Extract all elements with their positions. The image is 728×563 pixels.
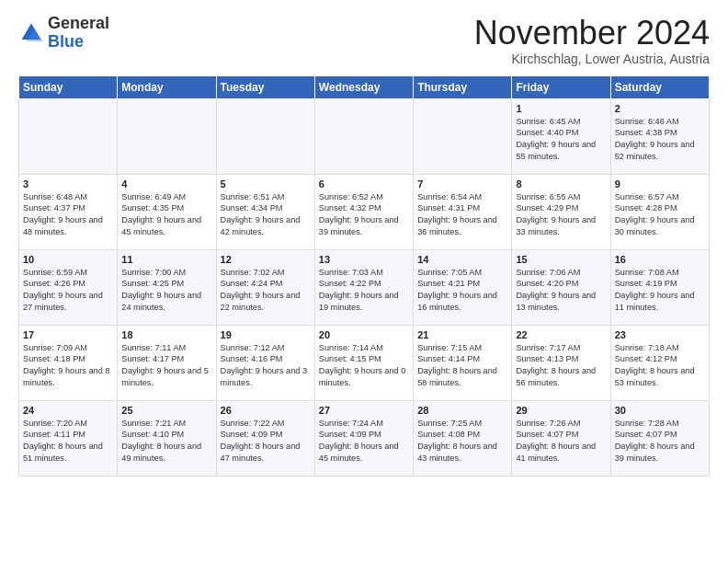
calendar-cell: 1Sunrise: 6:45 AM Sunset: 4:40 PM Daylig… [512, 98, 610, 174]
calendar-cell: 10Sunrise: 6:59 AM Sunset: 4:26 PM Dayli… [19, 249, 118, 325]
week-row-5: 24Sunrise: 7:20 AM Sunset: 4:11 PM Dayli… [19, 400, 710, 476]
calendar-cell: 28Sunrise: 7:25 AM Sunset: 4:08 PM Dayli… [414, 400, 512, 476]
page: General Blue November 2024 Kirchschlag, … [0, 0, 728, 563]
col-header-tuesday: Tuesday [216, 75, 314, 98]
calendar-cell: 14Sunrise: 7:05 AM Sunset: 4:21 PM Dayli… [414, 249, 512, 325]
day-content: Sunrise: 6:54 AM Sunset: 4:31 PM Dayligh… [417, 191, 507, 239]
week-row-3: 10Sunrise: 6:59 AM Sunset: 4:26 PM Dayli… [19, 249, 710, 325]
day-number: 27 [319, 405, 409, 416]
day-content: Sunrise: 6:51 AM Sunset: 4:34 PM Dayligh… [221, 191, 311, 239]
col-header-sunday: Sunday [19, 75, 118, 98]
calendar-cell: 4Sunrise: 6:49 AM Sunset: 4:35 PM Daylig… [118, 174, 216, 249]
day-number: 21 [417, 329, 507, 340]
day-content: Sunrise: 7:22 AM Sunset: 4:09 PM Dayligh… [221, 418, 311, 465]
week-row-4: 17Sunrise: 7:09 AM Sunset: 4:18 PM Dayli… [19, 325, 710, 400]
day-number: 19 [221, 329, 311, 340]
col-header-thursday: Thursday [414, 75, 512, 98]
calendar-cell: 6Sunrise: 6:52 AM Sunset: 4:32 PM Daylig… [314, 174, 413, 249]
day-content: Sunrise: 7:28 AM Sunset: 4:07 PM Dayligh… [615, 418, 705, 465]
calendar-cell: 24Sunrise: 7:20 AM Sunset: 4:11 PM Dayli… [19, 400, 118, 476]
day-number: 12 [221, 254, 311, 265]
calendar-cell: 8Sunrise: 6:55 AM Sunset: 4:29 PM Daylig… [512, 174, 610, 249]
calendar-cell: 29Sunrise: 7:26 AM Sunset: 4:07 PM Dayli… [512, 400, 610, 476]
day-number: 22 [516, 329, 606, 340]
day-content: Sunrise: 7:08 AM Sunset: 4:19 PM Dayligh… [615, 267, 705, 315]
day-number: 8 [516, 178, 606, 190]
day-number: 25 [121, 405, 211, 416]
day-content: Sunrise: 7:15 AM Sunset: 4:14 PM Dayligh… [417, 342, 507, 390]
day-number: 14 [417, 254, 507, 265]
day-number: 26 [221, 405, 311, 416]
calendar-cell: 30Sunrise: 7:28 AM Sunset: 4:07 PM Dayli… [610, 400, 709, 476]
day-content: Sunrise: 6:45 AM Sunset: 4:40 PM Dayligh… [516, 116, 606, 164]
day-number: 7 [417, 178, 507, 190]
col-header-saturday: Saturday [610, 75, 709, 98]
day-content: Sunrise: 7:12 AM Sunset: 4:16 PM Dayligh… [221, 342, 311, 390]
calendar-cell: 13Sunrise: 7:03 AM Sunset: 4:22 PM Dayli… [314, 249, 413, 325]
day-number: 18 [121, 329, 211, 340]
day-number: 28 [417, 405, 507, 416]
logo-blue-text: Blue [48, 32, 84, 51]
calendar-cell: 7Sunrise: 6:54 AM Sunset: 4:31 PM Daylig… [414, 174, 512, 249]
day-number: 10 [23, 254, 113, 265]
day-number: 4 [121, 178, 211, 190]
day-number: 9 [615, 178, 705, 190]
day-number: 5 [221, 178, 311, 190]
calendar-cell: 21Sunrise: 7:15 AM Sunset: 4:14 PM Dayli… [414, 325, 512, 400]
day-number: 17 [23, 329, 113, 340]
day-content: Sunrise: 7:20 AM Sunset: 4:11 PM Dayligh… [23, 418, 113, 465]
month-title: November 2024 [474, 15, 710, 52]
logo-general-text: General [48, 14, 109, 32]
day-content: Sunrise: 7:18 AM Sunset: 4:12 PM Dayligh… [615, 342, 705, 390]
day-content: Sunrise: 6:55 AM Sunset: 4:29 PM Dayligh… [516, 191, 606, 239]
day-number: 6 [319, 178, 409, 190]
calendar-cell: 17Sunrise: 7:09 AM Sunset: 4:18 PM Dayli… [19, 325, 118, 400]
calendar-cell: 15Sunrise: 7:06 AM Sunset: 4:20 PM Dayli… [512, 249, 610, 325]
calendar-cell: 18Sunrise: 7:11 AM Sunset: 4:17 PM Dayli… [118, 325, 216, 400]
day-content: Sunrise: 6:48 AM Sunset: 4:37 PM Dayligh… [23, 191, 113, 239]
calendar-cell: 11Sunrise: 7:00 AM Sunset: 4:25 PM Dayli… [118, 249, 216, 325]
day-content: Sunrise: 7:09 AM Sunset: 4:18 PM Dayligh… [23, 342, 113, 390]
location: Kirchschlag, Lower Austria, Austria [474, 52, 710, 66]
day-content: Sunrise: 6:46 AM Sunset: 4:38 PM Dayligh… [615, 116, 705, 164]
calendar-table: SundayMondayTuesdayWednesdayThursdayFrid… [18, 75, 710, 477]
day-number: 24 [23, 405, 113, 416]
calendar-cell: 16Sunrise: 7:08 AM Sunset: 4:19 PM Dayli… [610, 249, 709, 325]
day-number: 11 [121, 254, 211, 265]
day-content: Sunrise: 7:11 AM Sunset: 4:17 PM Dayligh… [121, 342, 211, 390]
col-header-friday: Friday [512, 75, 610, 98]
day-content: Sunrise: 7:02 AM Sunset: 4:24 PM Dayligh… [221, 267, 311, 315]
calendar-cell [314, 98, 413, 174]
calendar-cell: 20Sunrise: 7:14 AM Sunset: 4:15 PM Dayli… [314, 325, 413, 400]
day-content: Sunrise: 7:14 AM Sunset: 4:15 PM Dayligh… [319, 342, 409, 390]
day-number: 2 [615, 103, 705, 114]
day-number: 20 [319, 329, 409, 340]
day-content: Sunrise: 7:00 AM Sunset: 4:25 PM Dayligh… [121, 267, 211, 315]
calendar-cell: 12Sunrise: 7:02 AM Sunset: 4:24 PM Dayli… [216, 249, 314, 325]
calendar-cell: 5Sunrise: 6:51 AM Sunset: 4:34 PM Daylig… [216, 174, 314, 249]
calendar-cell [19, 98, 118, 174]
calendar-cell [118, 98, 216, 174]
header: General Blue November 2024 Kirchschlag, … [18, 15, 710, 66]
day-number: 1 [516, 103, 606, 114]
calendar-cell [414, 98, 512, 174]
day-content: Sunrise: 7:17 AM Sunset: 4:13 PM Dayligh… [516, 342, 606, 390]
calendar-cell: 26Sunrise: 7:22 AM Sunset: 4:09 PM Dayli… [216, 400, 314, 476]
calendar-cell: 22Sunrise: 7:17 AM Sunset: 4:13 PM Dayli… [512, 325, 610, 400]
day-content: Sunrise: 7:26 AM Sunset: 4:07 PM Dayligh… [516, 418, 606, 465]
day-number: 23 [615, 329, 705, 340]
day-content: Sunrise: 6:57 AM Sunset: 4:28 PM Dayligh… [615, 191, 705, 239]
day-content: Sunrise: 7:25 AM Sunset: 4:08 PM Dayligh… [417, 418, 507, 465]
calendar-cell: 23Sunrise: 7:18 AM Sunset: 4:12 PM Dayli… [610, 325, 709, 400]
header-row: SundayMondayTuesdayWednesdayThursdayFrid… [19, 75, 710, 98]
calendar-cell: 25Sunrise: 7:21 AM Sunset: 4:10 PM Dayli… [118, 400, 216, 476]
week-row-2: 3Sunrise: 6:48 AM Sunset: 4:37 PM Daylig… [19, 174, 710, 249]
title-block: November 2024 Kirchschlag, Lower Austria… [474, 15, 710, 66]
day-content: Sunrise: 7:24 AM Sunset: 4:09 PM Dayligh… [319, 418, 409, 465]
day-number: 16 [615, 254, 705, 265]
calendar-cell: 3Sunrise: 6:48 AM Sunset: 4:37 PM Daylig… [19, 174, 118, 249]
calendar-cell: 27Sunrise: 7:24 AM Sunset: 4:09 PM Dayli… [314, 400, 413, 476]
col-header-wednesday: Wednesday [314, 75, 413, 98]
day-content: Sunrise: 7:06 AM Sunset: 4:20 PM Dayligh… [516, 267, 606, 315]
calendar-cell: 2Sunrise: 6:46 AM Sunset: 4:38 PM Daylig… [610, 98, 709, 174]
